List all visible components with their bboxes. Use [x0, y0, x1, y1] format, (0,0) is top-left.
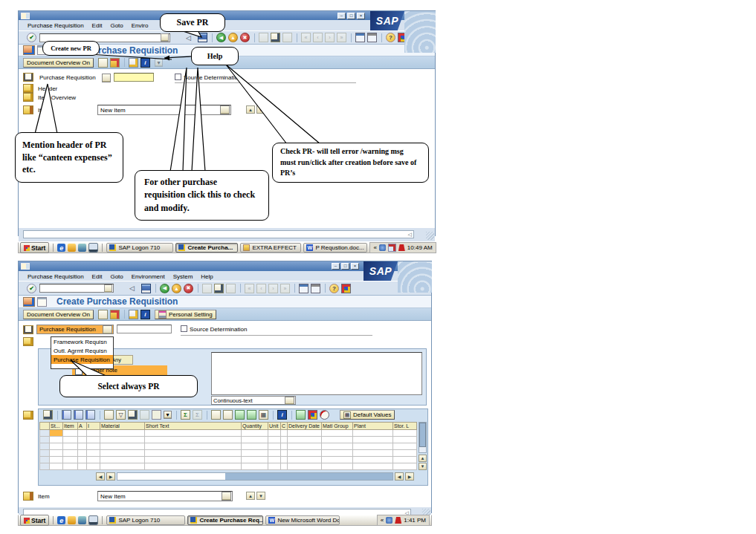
item-combo-dropdown-icon[interactable] [220, 105, 230, 114]
close-button[interactable]: × [357, 13, 365, 19]
last-page-icon[interactable]: » [280, 284, 290, 293]
tray-network-icon[interactable] [379, 244, 386, 251]
table-cell[interactable] [145, 437, 242, 443]
copy-item-icon[interactable] [62, 410, 71, 420]
table-cell[interactable] [100, 457, 145, 463]
dropdown-option-framework[interactable]: Framework Requisn [51, 337, 113, 346]
system-menu-icon[interactable] [21, 13, 30, 19]
table-cell[interactable] [242, 457, 268, 463]
start-button[interactable]: Start [20, 515, 49, 526]
table-cell[interactable] [353, 443, 393, 450]
duplicate-item-icon[interactable] [85, 410, 95, 420]
create-new-pr-icon[interactable] [98, 58, 108, 68]
table-cell[interactable] [288, 437, 322, 443]
menu-purchase-requisition[interactable]: Purchase Requisition [28, 22, 84, 29]
table-cell[interactable] [100, 443, 145, 450]
item-detail-icon[interactable] [23, 492, 33, 501]
table-cell[interactable] [50, 450, 63, 457]
table-cell[interactable] [242, 450, 268, 457]
table-cell[interactable] [63, 430, 78, 437]
back-circle-icon[interactable]: ◀ [216, 33, 226, 42]
back-circle-icon[interactable]: ◀ [160, 284, 169, 293]
table-cell[interactable] [78, 430, 87, 437]
table-cell[interactable] [100, 463, 145, 470]
filter-icon[interactable] [152, 410, 161, 420]
find-icon[interactable] [214, 284, 224, 293]
print-icon[interactable] [259, 33, 268, 42]
taskbar-task[interactable]: Create Purcha... [175, 243, 238, 253]
delete-item-icon[interactable] [74, 410, 83, 420]
item-selector-combo[interactable]: New Item [97, 105, 231, 115]
system-menu-icon[interactable] [21, 263, 30, 270]
column-header-item[interactable]: Item [63, 422, 78, 430]
outlook-icon[interactable] [68, 244, 76, 252]
new-session-icon[interactable] [355, 33, 365, 42]
table-cell[interactable] [268, 463, 281, 470]
item-overview-expand-icon[interactable] [23, 93, 33, 102]
tray-overflow-chevron[interactable]: « [373, 244, 376, 251]
table-cell[interactable] [393, 437, 417, 443]
column-header-a[interactable]: A [78, 422, 87, 430]
table-cell[interactable] [50, 430, 63, 437]
vertical-scrollbar-thumb[interactable] [419, 423, 426, 447]
horizontal-scrollbar-thumb[interactable] [225, 473, 392, 480]
previous-item-button[interactable]: ▲ [246, 105, 255, 114]
document-overview-button[interactable]: Document Overview On [23, 310, 94, 319]
restore-button[interactable]: □ [341, 263, 349, 270]
other-purchase-requisition-icon[interactable] [110, 310, 120, 319]
new-session-icon[interactable] [299, 284, 308, 293]
table-cell[interactable] [322, 463, 353, 470]
show-desktop-icon[interactable] [88, 243, 98, 253]
items-expand-icon[interactable] [23, 411, 33, 420]
table-cell[interactable] [353, 430, 393, 437]
pr-number-field[interactable] [117, 325, 172, 333]
table-cell[interactable] [322, 450, 353, 457]
table-cell[interactable] [288, 430, 322, 437]
previous-item-button[interactable]: ▲ [246, 492, 255, 500]
item-details-icon[interactable] [43, 410, 53, 420]
column-header-delivery-date[interactable]: Delivery Date [288, 422, 322, 430]
layout-menu-icon[interactable]: ▾ [155, 59, 163, 67]
table-cell[interactable] [322, 443, 353, 450]
menu-edit[interactable]: Edit [92, 273, 103, 280]
help-icon[interactable]: ? [329, 284, 339, 293]
close-button[interactable]: × [351, 263, 359, 270]
table-cell[interactable] [63, 450, 78, 457]
cancel-icon[interactable]: ✖ [240, 33, 250, 42]
back-icon[interactable]: ◁ [127, 284, 137, 293]
table-cell[interactable] [87, 450, 100, 457]
table-cell[interactable] [87, 437, 100, 443]
menu-goto[interactable]: Goto [110, 22, 123, 29]
create-new-pr-icon[interactable] [98, 310, 108, 319]
table-cell[interactable] [268, 430, 281, 437]
subtotal-icon[interactable]: Σ [193, 410, 202, 420]
table-cell[interactable] [393, 450, 417, 457]
tray-antivirus-icon[interactable] [395, 517, 401, 524]
column-header-i[interactable]: I [87, 422, 100, 430]
help-icon[interactable]: ? [386, 33, 395, 42]
menu-goto[interactable]: Goto [110, 273, 123, 280]
enter-icon[interactable]: ✔ [27, 284, 36, 293]
import-icon[interactable] [235, 410, 245, 420]
table-cell[interactable] [393, 430, 417, 437]
dropdown-option-outline-agreement[interactable]: Outl. Agrmt Requisn [51, 346, 113, 355]
scroll-down-button[interactable]: ▼ [419, 463, 427, 470]
tree-item-header[interactable]: Header [38, 85, 57, 92]
source-determination-checkbox[interactable] [181, 325, 187, 332]
table-cell[interactable] [288, 463, 322, 470]
messenger-icon[interactable] [78, 516, 86, 524]
messenger-icon[interactable] [78, 244, 86, 252]
column-header-unit[interactable]: Unit [268, 422, 281, 430]
table-cell[interactable] [63, 437, 78, 443]
start-button[interactable]: Start [20, 242, 49, 253]
table-cell[interactable] [145, 463, 242, 470]
table-cell[interactable] [281, 450, 288, 457]
find-next-icon[interactable] [226, 284, 236, 293]
table-cell[interactable] [87, 463, 100, 470]
cancel-icon[interactable]: ✖ [184, 284, 193, 293]
taskbar-task[interactable]: EXTRA EFFECT [240, 243, 301, 253]
taskbar-task[interactable]: Create Purchase Req... [187, 515, 263, 525]
continuous-text-dropdown-icon[interactable] [285, 397, 294, 405]
filter-menu-icon[interactable]: ▾ [164, 411, 172, 419]
row-selector-cell[interactable] [39, 443, 50, 450]
